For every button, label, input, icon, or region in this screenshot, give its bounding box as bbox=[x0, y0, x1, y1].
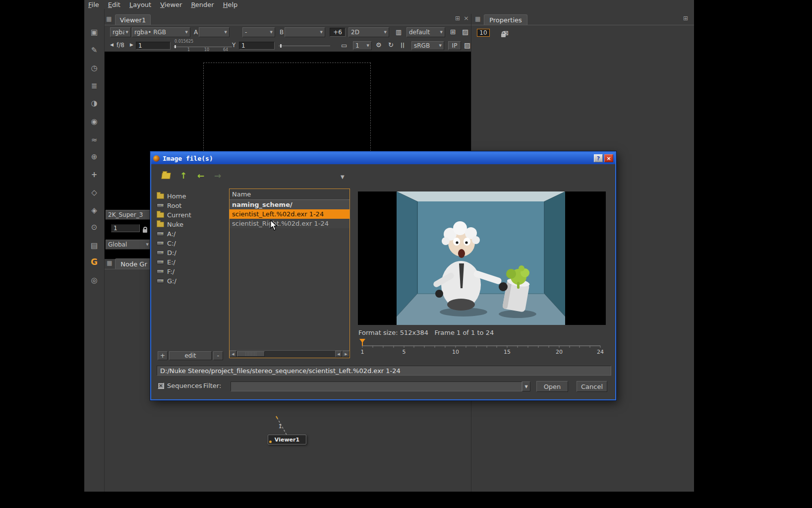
transform-icon[interactable]: + bbox=[84, 170, 104, 179]
menu-file[interactable]: File bbox=[88, 1, 99, 8]
max-panels-input[interactable]: 10 bbox=[477, 29, 490, 37]
scroll-right-button[interactable]: ▶ bbox=[343, 351, 349, 357]
channel-dropdown[interactable]: rgba• RGB ▼ bbox=[132, 27, 190, 37]
file-list-header[interactable]: Name bbox=[230, 189, 349, 200]
ab-mode-dropdown[interactable]: - ▼ bbox=[242, 27, 275, 37]
checker-icon[interactable]: ▨ bbox=[462, 28, 468, 36]
tab-properties[interactable]: Properties bbox=[484, 14, 527, 25]
stereo-icon[interactable]: ▥ bbox=[396, 28, 402, 36]
playhead-marker[interactable] bbox=[359, 339, 365, 343]
filter-dropdown-button[interactable]: ▼ bbox=[522, 381, 530, 391]
frame-slider[interactable]: 1 5 10 15 20 24 bbox=[358, 339, 606, 356]
particles-icon[interactable]: ◈ bbox=[84, 206, 104, 215]
file-row-scientist-right[interactable]: scientist_Right.%02d.exr 1-24 bbox=[230, 219, 349, 228]
sidebar-item-drive-a[interactable]: A:/ bbox=[157, 229, 225, 239]
gamma-slider[interactable] bbox=[279, 42, 330, 50]
back-button[interactable]: ← bbox=[194, 170, 207, 182]
lock-icon[interactable] bbox=[143, 229, 147, 233]
tab-viewer1[interactable]: Viewer1 bbox=[115, 14, 151, 25]
refresh-icon[interactable]: ↻ bbox=[388, 41, 394, 49]
sidebar-item-root[interactable]: Root bbox=[157, 201, 225, 210]
dialog-help-button[interactable]: ? bbox=[594, 154, 603, 162]
format-dropdown[interactable]: 2K_Super_3 bbox=[106, 210, 150, 220]
sidebar-item-nuke[interactable]: Nuke bbox=[157, 220, 225, 229]
file-row-naming-scheme[interactable]: naming_scheme/ bbox=[230, 200, 349, 209]
gain-input[interactable]: 1 bbox=[136, 42, 171, 50]
sidebar-item-current[interactable]: Current bbox=[157, 210, 225, 220]
sequences-checkbox[interactable]: ✕ bbox=[158, 382, 164, 389]
3d-icon[interactable]: ◇ bbox=[84, 188, 104, 197]
views-icon[interactable]: ⊙ bbox=[84, 223, 104, 232]
close-panel-icon[interactable]: × bbox=[464, 14, 469, 22]
clear-panels-icon[interactable]: ⊠ bbox=[503, 29, 509, 37]
file-path-field[interactable]: D:/Nuke Stereo/project_files/stereo_sequ… bbox=[157, 366, 611, 376]
filter-icon[interactable]: ◉ bbox=[84, 117, 104, 126]
scroll-left2-button[interactable]: ◀ bbox=[335, 351, 342, 357]
pause-icon[interactable]: || bbox=[401, 42, 405, 48]
remove-favorite-button[interactable]: - bbox=[213, 351, 223, 360]
filter-input[interactable] bbox=[231, 381, 522, 391]
layer-dropdown[interactable]: rgba ▼ bbox=[110, 27, 131, 37]
panel-menu-icon[interactable]: ▦ bbox=[475, 15, 480, 22]
colorspace-dropdown[interactable]: sRGB ▼ bbox=[411, 41, 444, 50]
image-icon[interactable]: ▣ bbox=[84, 28, 104, 37]
dialog-titlebar[interactable]: Image file(s) ? × bbox=[151, 152, 615, 164]
monitor-icon[interactable]: ▭ bbox=[341, 42, 347, 49]
lut-preset-dropdown[interactable]: default ▼ bbox=[406, 27, 445, 37]
proxy-dropdown[interactable]: 1 ▼ bbox=[353, 41, 372, 50]
h-scrollbar[interactable]: ◀ ◀ ▶ bbox=[230, 350, 349, 358]
dialog-close-button[interactable]: × bbox=[604, 154, 613, 162]
deep-icon[interactable]: ▤ bbox=[84, 241, 104, 250]
file-row-scientist-left[interactable]: scientist_Left.%02d.exr 1-24 bbox=[230, 209, 349, 219]
menu-viewer[interactable]: Viewer bbox=[160, 1, 182, 8]
roi-icon[interactable]: ⊞ bbox=[450, 28, 456, 36]
time-icon[interactable]: ◷ bbox=[84, 64, 104, 72]
float-panel-icon[interactable]: ⊞ bbox=[455, 15, 460, 22]
menu-edit[interactable]: Edit bbox=[108, 1, 120, 8]
a-buffer-dropdown[interactable]: ▼ bbox=[199, 27, 230, 37]
gain-slider[interactable]: 0.015625 1 10 64 bbox=[174, 40, 232, 51]
next-fstop-icon[interactable]: ▶ bbox=[130, 42, 133, 47]
gain-badge[interactable]: +6 bbox=[330, 28, 346, 37]
sidebar-item-drive-d[interactable]: D:/ bbox=[157, 248, 225, 257]
gear-icon[interactable]: ⚙ bbox=[376, 41, 382, 49]
sidebar-item-drive-g[interactable]: G:/ bbox=[157, 276, 225, 286]
wipe-checker-icon[interactable]: ▨ bbox=[464, 41, 470, 49]
channel-icon[interactable]: ≣ bbox=[84, 81, 104, 90]
range-dropdown[interactable]: Global ▼ bbox=[106, 240, 151, 250]
sidebar-item-drive-c[interactable]: C:/ bbox=[157, 239, 225, 248]
menu-layout[interactable]: Layout bbox=[129, 1, 151, 8]
keyer-icon[interactable]: ≈ bbox=[84, 135, 104, 144]
open-folder-button[interactable] bbox=[159, 170, 173, 182]
color-icon[interactable]: ◑ bbox=[84, 99, 104, 108]
panel-menu-icon[interactable]: ▦ bbox=[106, 15, 112, 22]
tab-node-graph[interactable]: Node Gr bbox=[115, 258, 153, 269]
add-favorite-button[interactable]: + bbox=[158, 351, 168, 360]
ip-button[interactable]: IP bbox=[448, 41, 461, 50]
path-history-dropdown-icon[interactable]: ▼ bbox=[341, 174, 345, 180]
b-buffer-dropdown[interactable]: ▼ bbox=[285, 27, 325, 37]
dimension-dropdown[interactable]: 2D ▼ bbox=[348, 27, 389, 37]
edit-favorite-button[interactable]: edit bbox=[169, 351, 212, 360]
up-dir-button[interactable]: ↑ bbox=[177, 170, 190, 182]
panel-menu-icon[interactable]: ▦ bbox=[107, 259, 112, 266]
gamma-input[interactable]: 1 bbox=[239, 42, 275, 50]
sidebar-item-drive-f[interactable]: F:/ bbox=[157, 267, 225, 276]
merge-icon[interactable]: ⊕ bbox=[84, 152, 104, 161]
viewer1-node[interactable]: Viewer1 bbox=[268, 435, 306, 444]
sidebar-item-home[interactable]: Home bbox=[157, 191, 225, 201]
open-button[interactable]: Open bbox=[536, 381, 568, 392]
other-icon[interactable]: ◎ bbox=[84, 276, 104, 285]
cancel-button[interactable]: Cancel bbox=[577, 381, 607, 392]
sidebar-item-drive-e[interactable]: E:/ bbox=[157, 257, 225, 267]
menu-render[interactable]: Render bbox=[191, 1, 214, 8]
prev-fstop-icon[interactable]: ◀ bbox=[110, 42, 114, 47]
gizmo-icon[interactable]: G bbox=[84, 257, 104, 267]
float-panel-icon[interactable]: ⊞ bbox=[683, 15, 688, 22]
frame-input[interactable]: 1 bbox=[111, 224, 140, 232]
scroll-left-button[interactable]: ◀ bbox=[230, 351, 236, 357]
menu-help[interactable]: Help bbox=[223, 1, 238, 8]
gain-slider-handle[interactable] bbox=[174, 45, 176, 48]
draw-icon[interactable]: ✎ bbox=[84, 46, 104, 55]
forward-button[interactable]: → bbox=[211, 170, 224, 182]
